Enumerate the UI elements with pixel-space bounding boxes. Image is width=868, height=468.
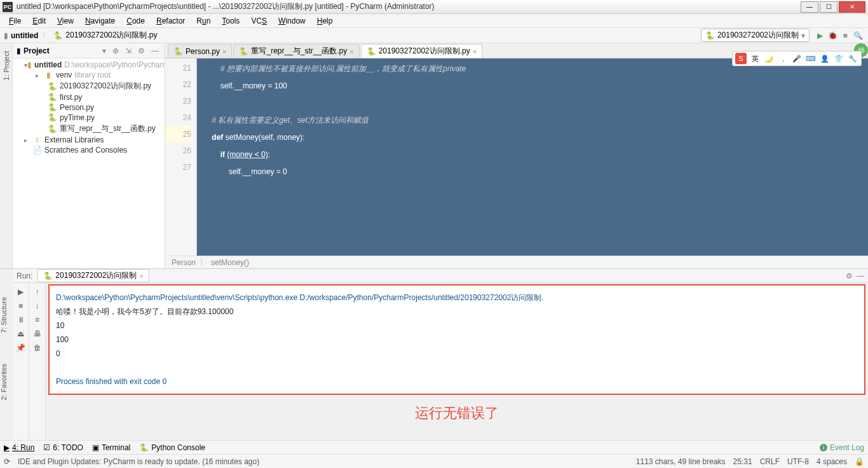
run-panel: 7: Structure 2: Favorites Run: 🐍 2019032… [0, 268, 868, 440]
close-icon[interactable]: × [473, 48, 477, 55]
console-output[interactable]: D:\workspace\Python\PycharmProjects\unti… [48, 284, 865, 395]
project-title: Project [24, 46, 98, 55]
close-icon[interactable]: × [139, 272, 143, 280]
menu-vcs[interactable]: VCS [246, 15, 272, 27]
ime-punct-icon[interactable]: ， [777, 53, 789, 64]
tree-file[interactable]: 🐍201903272002访问限制.py [13, 80, 165, 92]
code-content[interactable]: # 想要内部属性不被直接外部访问,属性前加__，就变成了私有属性private … [197, 59, 868, 256]
tree-file[interactable]: 🐍pyTime.py [13, 113, 165, 123]
tree-scratches[interactable]: 📄 Scratches and Consoles [13, 145, 165, 155]
run-button[interactable]: ▶ [813, 29, 826, 42]
editor-area: 🐍Person.py× 🐍重写_repr__与_str__函数.py× 🐍201… [165, 43, 868, 268]
status-update-icon[interactable]: ⟳ [4, 457, 10, 466]
ime-keyboard-icon[interactable]: ⌨ [805, 53, 817, 64]
tab-todo[interactable]: ☑6: TODO [43, 443, 83, 452]
collapse-icon[interactable]: ⇲ [123, 46, 133, 55]
run-config-selector[interactable]: 🐍 201903272002访问限制 ▾ [701, 29, 810, 42]
console-line: 100 [56, 333, 858, 347]
editor-tab[interactable]: 🐍Person.py× [168, 44, 232, 58]
target-icon[interactable]: ⊕ [111, 46, 121, 55]
menu-run[interactable]: Run [191, 15, 215, 27]
stop-button[interactable]: ■ [839, 29, 851, 42]
editor-body[interactable]: 21 22 23 24 25 26 27 # 想要内部属性不被直接外部访问,属性… [165, 59, 868, 256]
rerun-button[interactable]: ▶ [15, 286, 27, 298]
tree-venv[interactable]: ▸ ▮ venv library root [13, 70, 165, 80]
tree-root[interactable]: ▾ ▮ untitled D:\workspace\Python\Pycharm… [13, 60, 165, 70]
python-file-icon: 🐍 [53, 31, 63, 40]
breadcrumb-item[interactable]: setMoney() [211, 258, 249, 267]
ime-tool-icon[interactable]: 🔧 [847, 53, 858, 64]
close-button[interactable]: ✕ [839, 1, 865, 13]
tree-file[interactable]: 🐍Person.py [13, 102, 165, 113]
rail-favorites[interactable]: 2: Favorites [0, 361, 8, 403]
ime-moon-icon[interactable]: 🌙 [763, 53, 775, 64]
exit-button[interactable]: ⏏ [15, 327, 27, 340]
pin-button[interactable]: 📌 [15, 341, 27, 354]
down-button[interactable]: ↓ [31, 299, 44, 312]
menu-edit[interactable]: Edit [27, 15, 51, 27]
minimize-button[interactable]: — [801, 1, 818, 13]
menu-tools[interactable]: Tools [217, 15, 245, 27]
editor-tab[interactable]: 🐍重写_repr__与_str__函数.py× [233, 44, 359, 58]
menu-refactor[interactable]: Refactor [151, 15, 190, 27]
tree-ext-lib[interactable]: ▸ ⫴ External Libraries [13, 135, 165, 145]
folder-icon: ▮ [4, 31, 8, 40]
search-button[interactable]: 🔍 [851, 29, 864, 42]
stop-button[interactable]: ■ [15, 299, 27, 312]
trash-button[interactable]: 🗑 [31, 341, 44, 354]
menu-help[interactable]: Help [312, 15, 338, 27]
gear-icon[interactable]: ⚙ [846, 272, 853, 280]
python-file-icon: 🐍 [47, 125, 57, 134]
ime-sogou-icon[interactable]: S [735, 53, 747, 64]
python-icon: 🐍 [139, 443, 149, 452]
gear-icon[interactable]: ⚙ [136, 46, 147, 55]
close-icon[interactable]: × [222, 48, 226, 55]
nav-project[interactable]: untitled [11, 31, 38, 40]
status-line-sep[interactable]: CRLF [760, 457, 780, 466]
run-tab-active[interactable]: 🐍 201903272002访问限制 × [37, 269, 149, 282]
print-button[interactable]: 🖶 [31, 327, 44, 340]
ime-lang[interactable]: 英 [749, 53, 761, 64]
ime-mic-icon[interactable]: 🎤 [791, 53, 803, 64]
rail-project[interactable]: 1: Project [3, 48, 10, 83]
menu-file[interactable]: File [4, 15, 26, 27]
maximize-button[interactable]: ☐ [820, 1, 837, 13]
chevron-right-icon: 〉 [42, 30, 50, 41]
hide-icon[interactable]: — [857, 272, 864, 280]
hide-icon[interactable]: — [149, 46, 161, 55]
tree-file[interactable]: 🐍first.py [13, 92, 165, 102]
status-message: IDE and Plugin Updates: PyCharm is ready… [18, 457, 259, 466]
rail-structure[interactable]: 7: Structure [0, 294, 8, 336]
python-file-icon: 🐍 [47, 113, 57, 122]
pause-button[interactable]: ⏸ [15, 313, 27, 326]
run-toolbar-right: ↑ ↓ ≡ 🖶 🗑 [29, 283, 46, 440]
event-log[interactable]: iEvent Log [820, 443, 864, 452]
console-cmd: D:\workspace\Python\PycharmProjects\unti… [56, 291, 858, 305]
status-encoding[interactable]: UTF-8 [787, 457, 809, 466]
menu-navigate[interactable]: Navigate [80, 15, 120, 27]
tree-file[interactable]: 🐍重写_repr__与_str__函数.py [13, 123, 165, 135]
tab-run[interactable]: ▶4: Run [4, 443, 34, 452]
menu-window[interactable]: Window [273, 15, 311, 27]
breadcrumb-item[interactable]: Person [172, 258, 196, 267]
debug-button[interactable]: 🐞 [826, 29, 839, 42]
chevron-down-icon[interactable]: ▾ [100, 46, 108, 55]
editor-tab-active[interactable]: 🐍201903272002访问限制.py× [361, 44, 483, 58]
status-indent[interactable]: 4 spaces [817, 457, 847, 466]
close-icon[interactable]: × [349, 48, 353, 55]
status-lock-icon[interactable]: 🔒 [855, 457, 864, 466]
ime-toolbar[interactable]: S 英 🌙 ， 🎤 ⌨ 👤 👕 🔧 [732, 51, 862, 66]
nav-file[interactable]: 201903272002访问限制.py [65, 30, 157, 41]
status-caret-pos[interactable]: 25:31 [733, 457, 752, 466]
wrap-button[interactable]: ≡ [31, 313, 44, 326]
chevron-down-icon: ▾ [801, 31, 805, 40]
up-button[interactable]: ↑ [31, 286, 44, 298]
console-line: 0 [56, 347, 858, 361]
tab-terminal[interactable]: ▣Terminal [92, 443, 130, 452]
ime-person-icon[interactable]: 👤 [819, 53, 831, 64]
main-area: 1: Project ▮ Project ▾ ⊕ ⇲ ⚙ — ▾ ▮ untit… [0, 43, 868, 268]
tab-python-console[interactable]: 🐍Python Console [139, 443, 205, 452]
menu-view[interactable]: View [52, 15, 79, 27]
ime-shirt-icon[interactable]: 👕 [833, 53, 844, 64]
menu-code[interactable]: Code [121, 15, 150, 27]
